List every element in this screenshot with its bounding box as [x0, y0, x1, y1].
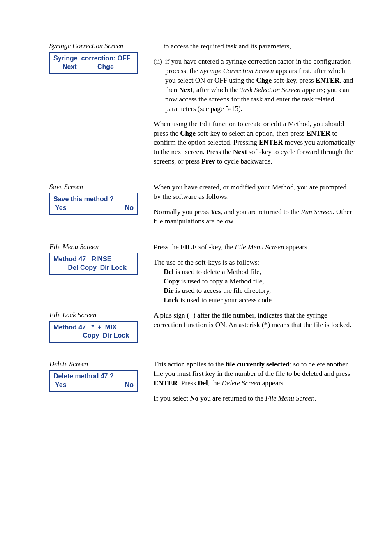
body-text: is used to enter your access code.: [179, 296, 273, 304]
body-text: to cycle backwards.: [215, 157, 272, 165]
lcd-line: Delete method 47 ?: [53, 372, 134, 381]
body-text: Next: [233, 148, 247, 156]
edit-function-paragraph: When using the Edit function to create o…: [154, 120, 355, 167]
lcd-next-key: Next: [53, 63, 77, 71]
body-text: Delete Screen: [221, 379, 260, 387]
body-text: Next: [179, 86, 193, 94]
save-para1: When you have created, or modified your …: [154, 183, 355, 202]
lcd-no-key: No: [125, 204, 134, 212]
body-text: ENTER: [316, 76, 340, 84]
body-text: Del: [198, 379, 208, 387]
delete-para1: This action applies to the file currentl…: [154, 360, 355, 388]
header-rule: [37, 25, 355, 25]
body-text: .: [315, 394, 316, 402]
lcd-yes-key: Yes: [53, 381, 67, 389]
body-text: This action applies to the: [154, 360, 226, 368]
lcd-line: Copy Dir Lock: [53, 332, 134, 340]
body-text: , and you are returned to the: [221, 208, 301, 216]
body-text: soft-key to select an option, then press: [196, 129, 307, 137]
body-text: , the: [208, 379, 222, 387]
body-text: Chge: [180, 129, 196, 137]
lcd-line: Method 47 * + MIX: [53, 323, 134, 332]
body-text: Dir: [164, 287, 174, 295]
file-menu-softkeys-block: The use of the soft-keys is as follows: …: [154, 258, 355, 305]
file-lock-lcd: Method 47 * + MIX Copy Dir Lock: [49, 321, 138, 343]
body-text: Copy: [164, 277, 180, 285]
file-lock-para: A plus sign (+) after the file number, i…: [154, 311, 355, 330]
body-text: ENTER: [307, 129, 331, 137]
body-text: Task Selection Screen: [240, 86, 300, 94]
intro-tail-text: to access the required task and its para…: [164, 42, 355, 51]
body-text: File Menu Screen: [235, 243, 284, 251]
file-menu-caption: File Menu Screen: [49, 243, 144, 251]
body-text: Syringe Correction Screen: [200, 67, 274, 75]
body-text: soft-key, press: [272, 76, 316, 84]
body-text: , after which the: [193, 86, 240, 94]
body-text: file currently selected: [226, 360, 289, 368]
delete-screen-caption: Delete Screen: [49, 360, 144, 368]
body-text: Prev: [201, 157, 215, 165]
lcd-line: Syringe correction: OFF: [53, 54, 134, 63]
list-marker: (ii): [154, 57, 165, 114]
body-text: . Press: [178, 379, 198, 387]
body-text: Lock: [164, 296, 179, 304]
body-text: you are returned to the: [198, 394, 265, 402]
body-text: Press the: [154, 243, 180, 251]
syringe-correction-caption: Syringe Correction Screen: [49, 42, 144, 50]
save-screen-lcd: Save this method ? Yes No: [49, 193, 138, 215]
body-text: is used to access the file directory,: [174, 287, 271, 295]
body-text: Normally you press: [154, 208, 210, 216]
list-item-ii: (ii) if you have entered a syringe corre…: [154, 57, 355, 114]
lcd-line: Yes No: [53, 381, 134, 389]
body-text: Del: [164, 268, 174, 276]
lcd-line: Method 47 RINSE: [53, 255, 134, 264]
body-text: appears.: [284, 243, 309, 251]
body-text: No: [190, 394, 198, 402]
save-screen-caption: Save Screen: [49, 183, 144, 191]
body-text: soft-key, the: [197, 243, 235, 251]
body-text: FILE: [180, 243, 197, 251]
body-text: is used to copy a Method file,: [180, 277, 264, 285]
body-text: ENTER: [154, 379, 178, 387]
delete-para2: If you select No you are returned to the…: [154, 394, 355, 403]
delete-screen-lcd: Delete method 47 ? Yes No: [49, 370, 138, 392]
body-text: If you select: [154, 394, 190, 402]
body-text: is used to delete a Method file,: [174, 268, 261, 276]
body-text: ENTER: [259, 138, 283, 146]
lcd-no-key: No: [125, 381, 134, 389]
body-text: Chge: [256, 76, 272, 84]
file-menu-para1: Press the FILE soft-key, the File Menu S…: [154, 243, 355, 252]
body-text: Run Screen: [301, 208, 332, 216]
file-menu-lcd: Method 47 RINSE Del Copy Dir Lock: [49, 253, 138, 275]
lcd-line: Del Copy Dir Lock: [53, 264, 134, 272]
lcd-yes-key: Yes: [53, 204, 67, 212]
save-para2: Normally you press Yes, and you are retu…: [154, 207, 355, 226]
syringe-correction-lcd: Syringe correction: OFF Next Chge: [49, 52, 138, 74]
file-lock-caption: File Lock Screen: [49, 311, 144, 319]
lcd-line: Save this method ?: [53, 195, 134, 204]
lcd-line: Next Chge: [53, 63, 134, 71]
body-text: Yes: [210, 208, 221, 216]
lcd-line: Yes No: [53, 204, 134, 212]
body-text: File Menu Screen: [265, 394, 314, 402]
lcd-chge-key: Chge: [97, 63, 134, 71]
body-text: appears.: [261, 379, 285, 387]
softkeys-intro: The use of the soft-keys is as follows:: [154, 258, 355, 267]
